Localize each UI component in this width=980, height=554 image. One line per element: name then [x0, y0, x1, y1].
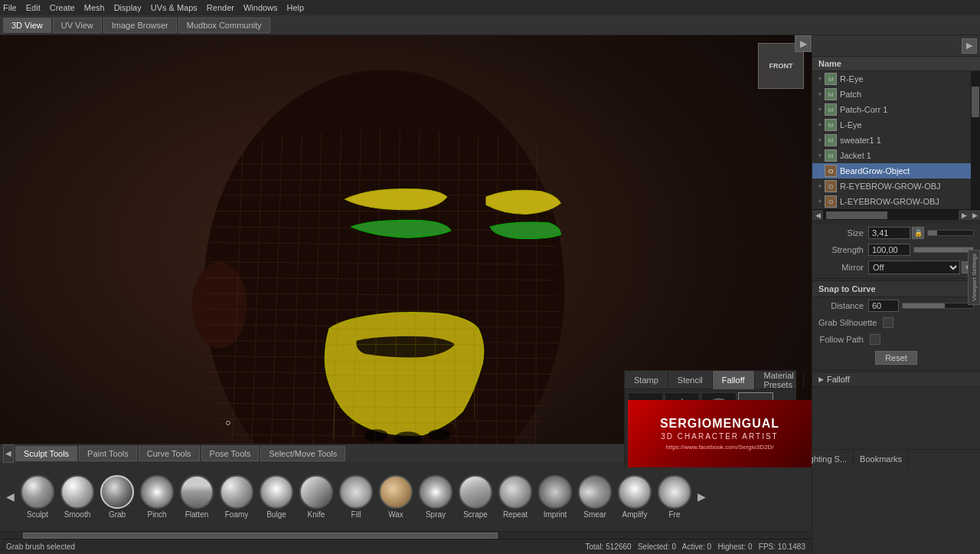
watermark-line3: https://www.facebook.com/Sergio3D2D/ — [660, 444, 779, 451]
tree-hscroll-row: ◀ ▶ ▶ — [812, 209, 980, 220]
brush-flatten[interactable]: Flatten — [177, 474, 217, 520]
brush-scrape-label: Scrape — [463, 510, 488, 519]
viewport-settings-label: Viewport Settings — [971, 253, 978, 300]
tree-scroll-right2[interactable]: ▶ — [969, 210, 980, 221]
tab-sculpt-tools[interactable]: Sculpt Tools — [15, 446, 77, 461]
tree-scroll-right[interactable]: ▶ — [959, 210, 969, 221]
tab-3d-view[interactable]: 3D View — [3, 18, 51, 33]
brush-repeat-icon — [498, 475, 532, 509]
panel-collapse-button[interactable]: ▶ — [962, 38, 977, 54]
brush-flatten-icon — [180, 475, 214, 509]
view-tab-bar: 3D View UV View Image Browser Mudbox Com… — [0, 15, 980, 35]
prop-strength-row: Strength — [812, 241, 980, 258]
prop-size-slider[interactable] — [927, 230, 974, 236]
tree-item-patch-corr[interactable]: + M Patch-Corr 1 — [812, 102, 971, 117]
brush-sculpt-icon — [21, 475, 54, 509]
brush-repeat[interactable]: Repeat — [495, 474, 535, 520]
tree-scroll-left[interactable]: ◀ — [812, 210, 823, 221]
brush-spray[interactable]: Spray — [416, 474, 456, 520]
prop-strength-input[interactable] — [868, 244, 910, 256]
menu-windows[interactable]: Windows — [243, 3, 278, 12]
menu-display[interactable]: Display — [114, 3, 142, 12]
svg-point-1 — [192, 262, 247, 349]
tree-item-sweater[interactable]: + M sweater1 1 — [812, 133, 971, 148]
viewport-3d[interactable]: FRONT ▶ ◀ Sculpt Tools Paint Tools Curve… — [0, 35, 812, 554]
brush-row: ◀ Sculpt Smooth Grab Pinch — [0, 462, 812, 531]
menu-create[interactable]: Create — [50, 3, 75, 12]
brush-wax[interactable]: Wax — [376, 474, 416, 520]
prop-grab-silhouette-check[interactable] — [883, 317, 893, 328]
prop-size-input[interactable] — [868, 227, 910, 239]
menu-render[interactable]: Render — [207, 3, 234, 12]
prop-strength-slider[interactable] — [913, 247, 974, 253]
menu-uvs-maps[interactable]: UVs & Maps — [151, 3, 198, 12]
brush-scrollbar[interactable] — [0, 531, 812, 539]
stamp-tab-stamp[interactable]: Stamp — [625, 371, 668, 389]
falloff-arrow-icon: ▶ — [818, 375, 824, 383]
brush-pinch-label: Pinch — [147, 510, 166, 519]
separator-2 — [812, 369, 980, 370]
tree-vertical-scrollbar[interactable] — [971, 71, 980, 209]
viewport-settings-tab[interactable]: Viewport Settings — [968, 249, 980, 304]
brush-prev-button[interactable]: ◀ — [3, 490, 18, 503]
prop-follow-path-check[interactable] — [870, 334, 880, 345]
tab-mudbox-community[interactable]: Mudbox Community — [178, 18, 270, 33]
falloff-header[interactable]: ▶ Falloff — [812, 372, 980, 387]
menu-edit[interactable]: Edit — [26, 3, 41, 12]
reset-button[interactable]: Reset — [875, 351, 917, 365]
stamp-tab-falloff[interactable]: Falloff — [713, 371, 755, 389]
prop-distance-input[interactable] — [868, 300, 899, 312]
tree-hscroll-thumb[interactable] — [826, 211, 887, 219]
tree-item-r-eyebrow[interactable]: + O R-EYEBROW-GROW-OBJ — [812, 179, 971, 194]
tree-item-patch[interactable]: + M Patch — [812, 87, 971, 102]
brush-pinch[interactable]: Pinch — [137, 474, 177, 520]
tab-select-move-tools[interactable]: Select/Move Tools — [260, 446, 345, 461]
brush-sculpt[interactable]: Sculpt — [18, 474, 57, 520]
brush-grab-label: Grab — [109, 510, 126, 519]
brush-next-button[interactable]: ▶ — [694, 490, 709, 503]
tree-item-beardgrow[interactable]: - O BeardGrow-Object — [812, 163, 971, 179]
tree-item-r-eye[interactable]: + M R-Eye — [812, 71, 971, 87]
brush-imprint[interactable]: Imprint — [535, 474, 575, 520]
brush-amplify[interactable]: Amplify — [615, 474, 655, 520]
prop-mirror-select[interactable]: Off X Y Z — [868, 261, 960, 274]
brush-scrape[interactable]: Scrape — [456, 474, 495, 520]
brush-fill[interactable]: Fill — [336, 474, 376, 520]
prop-size-lock[interactable]: 🔒 — [912, 227, 924, 239]
brush-sculpt-label: Sculpt — [27, 510, 48, 519]
tree-item-l-eye[interactable]: + M L-Eye — [812, 117, 971, 133]
tab-pose-tools[interactable]: Pose Tools — [201, 446, 260, 461]
brush-smear[interactable]: Smear — [575, 474, 615, 520]
brush-grab-icon — [100, 475, 134, 509]
tab-uv-view[interactable]: UV View — [53, 18, 102, 33]
brush-bulge[interactable]: Bulge — [256, 474, 296, 520]
tab-paint-tools[interactable]: Paint Tools — [79, 446, 137, 461]
brush-grab[interactable]: Grab — [97, 474, 137, 520]
brush-smooth[interactable]: Smooth — [57, 474, 97, 520]
brush-fre[interactable]: Fre — [655, 474, 694, 520]
stamp-tab-bookmarks[interactable]: Bookmarks — [854, 450, 909, 468]
brush-knife[interactable]: Knife — [296, 474, 336, 520]
menu-help[interactable]: Help — [287, 3, 305, 12]
tool-tabs-prev[interactable]: ◀ — [3, 444, 14, 463]
menu-file[interactable]: File — [3, 3, 17, 12]
tab-image-browser[interactable]: Image Browser — [103, 18, 177, 33]
brush-bulge-icon — [260, 475, 293, 509]
tab-curve-tools[interactable]: Curve Tools — [139, 446, 200, 461]
viewport-panel-toggle[interactable]: ▶ — [795, 35, 812, 52]
brush-bulge-label: Bulge — [266, 510, 286, 519]
tree-item-jacket[interactable]: + M Jacket 1 — [812, 148, 971, 163]
cursor-indicator — [226, 421, 230, 425]
prop-distance-slider[interactable] — [902, 303, 974, 309]
brush-selected-status: Grab brush selected — [6, 543, 75, 551]
prop-follow-path-value — [868, 334, 974, 345]
tree-scrollbar-thumb[interactable] — [972, 87, 979, 117]
prop-mirror-label: Mirror — [818, 263, 868, 272]
stamp-tab-stencil[interactable]: Stencil — [668, 371, 713, 389]
menu-mesh[interactable]: Mesh — [84, 3, 105, 12]
tree-item-l-eyebrow[interactable]: + O L-EYEBROW-GROW-OBJ — [812, 194, 971, 209]
brush-scrollbar-thumb[interactable] — [23, 533, 498, 539]
brush-foamy-label: Foamy — [225, 510, 249, 519]
brush-foamy[interactable]: Foamy — [217, 474, 256, 520]
stamp-tab-material[interactable]: Material Presets — [755, 371, 804, 389]
